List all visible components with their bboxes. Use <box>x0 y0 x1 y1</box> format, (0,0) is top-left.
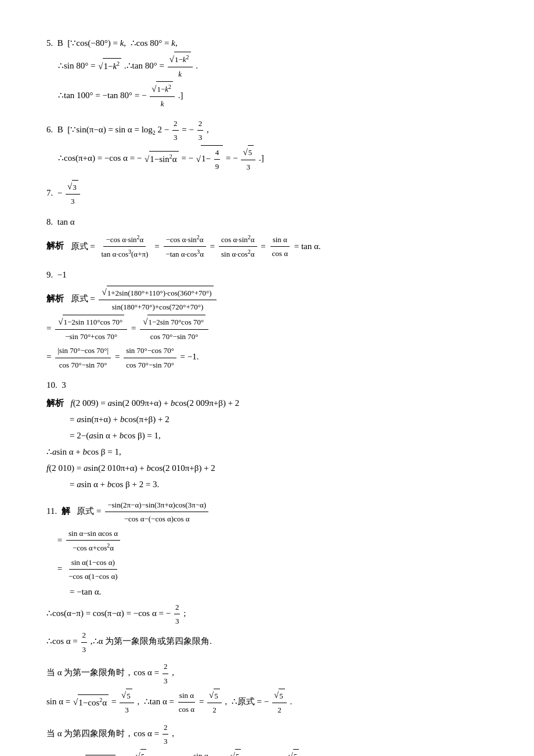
problem-9: 9. −1 解析 原式 = √ 1+2sin(180°+110°)·cos(36… <box>46 267 488 372</box>
problem-8-ans: 8. tan α <box>46 214 488 230</box>
sqrt-1mk2: √ 1−k2 <box>98 58 121 74</box>
problem-7: 7. − √ 3 3 <box>46 179 488 208</box>
problem-5-line1: 5. B [∵cos(−80°) = k, ∴cos 80° = k, <box>46 35 488 51</box>
problem-9-analysis: 解析 原式 = √ 1+2sin(180°+110°)·cos(360°+70°… <box>46 285 488 372</box>
problem-8-analysis: 解析 原式 = −cos α·sin2α tan α·cos3(α+π) = −… <box>46 232 488 261</box>
problem-10-ans: 10. 3 <box>46 377 488 393</box>
problem-11-line1: 11. 解 原式 = −sin(2π−α)−sin(3π+α)cos(3π−α)… <box>46 498 488 526</box>
problem-11: 11. 解 原式 = −sin(2π−α)−sin(3π+α)cos(3π−α)… <box>46 498 488 756</box>
problem-6-line1: 6. B [∵sin(π−α) = sin α = log2 2 − 2 3 =… <box>46 117 488 145</box>
problem-8: 8. tan α 解析 原式 = −cos α·sin2α tan α·cos3… <box>46 214 488 261</box>
page: 5. B [∵cos(−80°) = k, ∴cos 80° = k, ∴sin… <box>46 35 488 756</box>
problem-5-line2: ∴sin 80° = √ 1−k2 .∴tan 80° = √ 1−k2 k . <box>58 52 488 81</box>
problem-10: 10. 3 解析 f(2 009) = asin(2 009π+α) + bco… <box>46 377 488 492</box>
problem-6-line2: ∴cos(π+α) = −cos α = − √ 1−sin2α = − √ 1… <box>58 145 488 174</box>
problem-5: 5. B [∵cos(−80°) = k, ∴cos 80° = k, ∴sin… <box>46 35 488 111</box>
problem-5-line3: ∴tan 100° = −tan 80° = − √ 1−k2 k .] <box>58 81 488 110</box>
frac-sqrt1mk2-k2: √ 1−k2 k <box>150 81 175 110</box>
problem-6: 6. B [∵sin(π−α) = sin α = log2 2 − 2 3 =… <box>46 117 488 174</box>
problem-10-analysis: 解析 f(2 009) = asin(2 009π+α) + bcos(2 00… <box>46 395 488 492</box>
frac-sqrt1mk2-k: √ 1−k2 k <box>168 52 193 81</box>
problem-9-ans: 9. −1 <box>46 267 488 283</box>
problem-7-ans: 7. − √ 3 3 <box>46 179 488 208</box>
